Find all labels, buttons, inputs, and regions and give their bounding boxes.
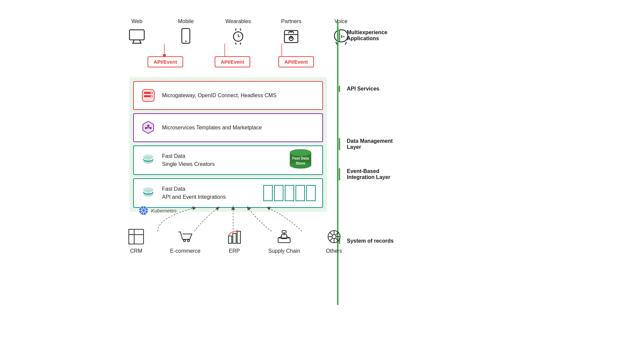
system-others: Others	[325, 228, 343, 254]
svg-point-35	[147, 125, 149, 127]
green-db-icon-1	[141, 153, 156, 168]
fast-data-single-text: Fast Data Single Views Creators	[162, 152, 215, 168]
svg-line-83	[336, 238, 338, 241]
system-supply-chain-label: Supply Chain	[268, 248, 300, 254]
fast-data-store-badge: Fast Data Store	[285, 148, 316, 173]
api-event-box-2: API/Event	[215, 56, 250, 67]
svg-point-64	[183, 240, 185, 242]
event-bar-4	[296, 185, 305, 201]
svg-rect-61	[129, 229, 144, 244]
system-erp: ERP	[226, 228, 243, 254]
system-erp-label: ERP	[229, 248, 240, 254]
event-grid	[263, 185, 316, 201]
svg-line-85	[330, 238, 332, 241]
svg-line-8	[240, 28, 241, 31]
fast-data-line1: Fast Data	[162, 152, 215, 160]
store-cylinder-icon: Fast Data Store	[285, 148, 316, 171]
svg-line-10	[240, 43, 241, 45]
svg-line-7	[235, 28, 236, 31]
fast-data-api-line1: Fast Data	[162, 185, 226, 193]
svg-text:Store: Store	[296, 161, 305, 165]
microgateway-text: Microgateway, OpenID Connect, Headless C…	[162, 92, 276, 100]
fast-data-line2: Single Views Creators	[162, 160, 215, 168]
kubernetes-icon	[139, 206, 148, 215]
mobile-icon	[176, 27, 195, 46]
svg-line-2	[140, 40, 141, 43]
erp-icon	[226, 228, 243, 245]
channel-voice-label: Voice	[334, 18, 347, 24]
fast-data-single-row: Fast Data Single Views Creators Fast Dat…	[133, 145, 323, 175]
svg-point-16	[290, 32, 292, 33]
system-ecommerce-label: E-commerce	[170, 248, 201, 254]
supply-chain-icon	[275, 228, 293, 245]
others-icon	[325, 228, 343, 245]
svg-line-9	[235, 43, 236, 45]
microservices-text: Microservices Templates and Marketplace	[162, 124, 262, 132]
channel-wearables: Wearables	[225, 18, 251, 46]
system-others-label: Others	[326, 248, 342, 254]
system-ecommerce: E-commerce	[170, 228, 201, 254]
kubernetes-label: Kubernetes	[151, 208, 177, 214]
svg-point-5	[185, 41, 186, 42]
main-panel: Microgateway, OpenID Connect, Headless C…	[129, 77, 327, 212]
svg-rect-0	[129, 30, 144, 40]
channel-partners: Partners	[281, 18, 301, 46]
channel-wearables-label: Wearables	[225, 18, 251, 24]
diagram-container: Web Mobile Wearables	[0, 0, 644, 362]
event-bar-1	[263, 185, 273, 201]
svg-point-69	[236, 230, 238, 232]
watch-icon	[229, 27, 248, 46]
svg-rect-67	[233, 233, 236, 243]
monitor-icon	[127, 27, 146, 46]
channel-web: Web	[127, 18, 146, 46]
channel-partners-label: Partners	[281, 18, 301, 24]
system-of-records-label: System of records	[339, 238, 394, 244]
svg-line-84	[336, 232, 338, 235]
event-bar-5	[306, 185, 316, 201]
system-crm: CRM	[127, 228, 145, 254]
green-vertical-line	[337, 20, 338, 305]
event-bar-3	[285, 185, 294, 201]
svg-line-23	[345, 42, 346, 45]
red-gateway-icon	[141, 88, 156, 103]
bottom-systems-row: CRM E-commerce ERP	[127, 228, 343, 254]
kubernetes-row: Kubernetes	[139, 206, 177, 215]
channels-row: Web Mobile Wearables	[127, 18, 351, 46]
svg-point-32	[151, 96, 152, 97]
microgateway-row: Microgateway, OpenID Connect, Headless C…	[133, 81, 323, 110]
crm-icon	[127, 228, 145, 245]
svg-point-15	[290, 36, 292, 38]
data-management-label: Data Management Layer	[339, 138, 393, 150]
api-services-label: API Services	[339, 86, 379, 92]
ecommerce-icon	[176, 228, 194, 245]
microservices-row: Microservices Templates and Marketplace	[133, 113, 323, 142]
svg-line-82	[330, 232, 332, 235]
svg-point-31	[151, 92, 152, 94]
svg-rect-62	[129, 229, 134, 244]
green-db-icon-2	[141, 185, 156, 201]
channel-mobile-label: Mobile	[178, 18, 194, 24]
event-bar-2	[274, 185, 283, 201]
channel-mobile: Mobile	[176, 18, 195, 46]
fast-data-api-line2: API and Event Integrations	[162, 193, 226, 201]
system-supply-chain: Supply Chain	[268, 228, 300, 254]
purple-hex-icon	[141, 120, 156, 135]
api-event-box-1: API/Event	[148, 56, 183, 67]
multiexperience-label: Multiexperience Applications	[339, 29, 387, 42]
svg-rect-66	[228, 236, 232, 243]
fast-data-api-text: Fast Data API and Event Integrations	[162, 185, 226, 201]
svg-point-65	[187, 240, 190, 242]
svg-text:Fast Data: Fast Data	[292, 156, 309, 160]
partners-icon	[282, 27, 301, 46]
fast-data-api-row: Fast Data API and Event Integrations	[133, 178, 323, 208]
system-crm-label: CRM	[130, 248, 142, 254]
svg-point-46	[290, 149, 311, 156]
api-event-box-3: API/Event	[278, 56, 314, 67]
event-based-label: Event-Based Integration Layer	[339, 168, 390, 180]
channel-web-label: Web	[131, 18, 143, 24]
svg-point-77	[332, 235, 336, 239]
svg-line-1	[133, 40, 134, 43]
svg-rect-68	[237, 231, 240, 243]
